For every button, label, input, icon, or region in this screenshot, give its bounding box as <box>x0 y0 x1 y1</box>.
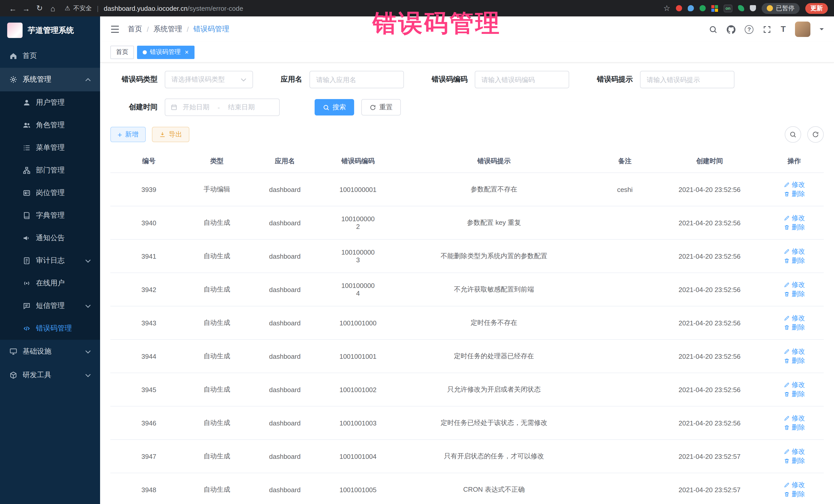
avatar-caret-icon[interactable] <box>820 28 824 32</box>
cell-hint: 不允许获取敏感配置到前端 <box>393 273 595 306</box>
show-search-toggle-button[interactable] <box>785 126 801 143</box>
edit-link[interactable]: 修改 <box>784 247 805 256</box>
edit-pencil-icon <box>784 282 790 288</box>
edit-link[interactable]: 修改 <box>784 347 805 356</box>
sidebar-item-label: 用户管理 <box>36 98 65 107</box>
cell-time: 2021-04-20 23:52:56 <box>654 306 765 339</box>
sidebar-item-role-management[interactable]: 角色管理 <box>0 114 100 136</box>
code-icon <box>23 324 31 333</box>
edit-link[interactable]: 修改 <box>784 447 805 456</box>
address-bar[interactable]: ⚠ 不安全 | dashboard.yudao.iocoder.cn/syste… <box>65 2 658 15</box>
leaf-extension-icon[interactable] <box>738 5 744 11</box>
trash-icon <box>784 424 790 431</box>
delete-link[interactable]: 删除 <box>784 223 805 232</box>
delete-link[interactable]: 删除 <box>784 289 805 299</box>
delete-link[interactable]: 删除 <box>784 190 805 199</box>
github-icon[interactable] <box>727 25 736 34</box>
cell-ops: 修改删除 <box>765 273 824 306</box>
filter-label-type: 错误码类型 <box>110 75 158 84</box>
tab-error-code-management[interactable]: 错误码管理 × <box>137 45 194 59</box>
search-button[interactable]: 搜索 <box>314 99 354 115</box>
sidebar-item-label: 菜单管理 <box>36 143 65 152</box>
error-code-input[interactable] <box>481 76 563 83</box>
home-icon <box>9 52 18 60</box>
browser-reload-icon[interactable]: ↻ <box>33 2 46 15</box>
sidebar-item-department-management[interactable]: 部门管理 <box>0 159 100 182</box>
cell-code: 1001001001 <box>323 339 393 373</box>
sidebar-item-dev-tools[interactable]: 研发工具 <box>0 364 100 387</box>
hamburger-icon[interactable] <box>110 25 119 34</box>
sidebar-item-sms-management[interactable]: 短信管理 <box>0 294 100 317</box>
browser-update-button[interactable]: 更新 <box>805 3 828 14</box>
tab-home[interactable]: 首页 <box>110 45 134 59</box>
sidebar-item-audit-log[interactable]: 审计日志 <box>0 249 100 272</box>
delete-link[interactable]: 删除 <box>784 490 805 499</box>
tab-close-icon[interactable]: × <box>185 49 189 56</box>
sidebar-item-system-management[interactable]: 系统管理 <box>0 68 100 91</box>
edit-link[interactable]: 修改 <box>784 380 805 390</box>
record-extension-icon[interactable] <box>676 5 682 11</box>
delete-link[interactable]: 删除 <box>784 256 805 265</box>
edit-link[interactable]: 修改 <box>784 214 805 223</box>
error-type-select[interactable]: 请选择错误码类型 <box>165 71 253 88</box>
edit-link[interactable]: 修改 <box>784 280 805 289</box>
sidebar-item-dict-management[interactable]: 字典管理 <box>0 204 100 227</box>
edit-link[interactable]: 修改 <box>784 480 805 490</box>
app-name-input[interactable] <box>316 76 397 83</box>
check-extension-icon[interactable] <box>700 5 706 11</box>
delete-link[interactable]: 删除 <box>784 356 805 366</box>
cell-code: 1001001005 <box>323 473 393 504</box>
font-size-icon[interactable]: T <box>781 25 786 34</box>
edit-link[interactable]: 修改 <box>784 313 805 323</box>
edit-link[interactable]: 修改 <box>784 180 805 190</box>
user-avatar[interactable] <box>795 22 810 37</box>
breadcrumb-system[interactable]: 系统管理 <box>153 25 182 34</box>
delete-link[interactable]: 删除 <box>784 390 805 399</box>
colorpicker-extension-icon[interactable] <box>688 5 694 11</box>
help-icon[interactable]: ? <box>745 25 753 34</box>
cell-type: 自动生成 <box>187 406 246 440</box>
cell-id: 3946 <box>110 406 187 440</box>
sidebar-item-post-management[interactable]: 岗位管理 <box>0 182 100 204</box>
apps-grid-extension-icon[interactable] <box>711 5 718 12</box>
cell-remark <box>595 440 654 473</box>
cell-app: dashboard <box>246 406 323 440</box>
search-icon[interactable] <box>709 25 718 34</box>
pin-extension-icon[interactable] <box>750 5 756 11</box>
sidebar-item-user-management[interactable]: 用户管理 <box>0 91 100 114</box>
browser-forward-icon[interactable]: → <box>20 2 33 15</box>
sidebar-item-error-code-management[interactable]: 错误码管理 <box>0 317 100 340</box>
search-icon <box>323 104 329 111</box>
sidebar-item-infrastructure[interactable]: 基础设施 <box>0 340 100 364</box>
cell-time: 2021-04-20 23:52:56 <box>654 373 765 406</box>
add-button[interactable]: + 新增 <box>110 127 146 142</box>
browser-home-icon[interactable]: ⌂ <box>46 2 60 15</box>
badge-extension-icon[interactable]: on <box>724 4 732 12</box>
fullscreen-icon[interactable] <box>763 25 771 34</box>
error-hint-input[interactable] <box>647 76 728 83</box>
bookmark-star-icon[interactable]: ☆ <box>663 4 670 13</box>
breadcrumb-home[interactable]: 首页 <box>128 25 142 34</box>
sidebar-logo[interactable]: 芋道管理系统 <box>0 17 100 44</box>
refresh-table-button[interactable] <box>807 126 824 143</box>
range-separator: - <box>218 104 220 111</box>
delete-link[interactable]: 删除 <box>784 456 805 465</box>
cell-time: 2021-04-20 23:52:57 <box>654 440 765 473</box>
paused-profile-badge[interactable]: 已暂停 <box>762 3 799 14</box>
cell-code: 1001000001 <box>323 173 393 206</box>
delete-link[interactable]: 删除 <box>784 423 805 432</box>
sidebar-item-home[interactable]: 首页 <box>0 44 100 68</box>
edit-link[interactable]: 修改 <box>784 414 805 423</box>
sidebar-item-online-users[interactable]: 在线用户 <box>0 272 100 294</box>
sidebar-item-notice[interactable]: 通知公告 <box>0 227 100 249</box>
sidebar-item-menu-management[interactable]: 菜单管理 <box>0 136 100 159</box>
delete-link[interactable]: 删除 <box>784 323 805 332</box>
export-button[interactable]: 导出 <box>152 127 190 142</box>
browser-back-icon[interactable]: ← <box>6 2 20 15</box>
date-range-picker[interactable]: 开始日期 - 结束日期 <box>165 98 280 116</box>
cell-remark <box>595 406 654 440</box>
reset-button[interactable]: 重置 <box>361 99 401 115</box>
trash-icon <box>784 324 790 330</box>
url-text[interactable]: dashboard.yudao.iocoder.cn/system/error-… <box>104 4 243 12</box>
sidebar: 芋道管理系统 首页 系统管理 用户管理 角色管理 <box>0 17 100 504</box>
